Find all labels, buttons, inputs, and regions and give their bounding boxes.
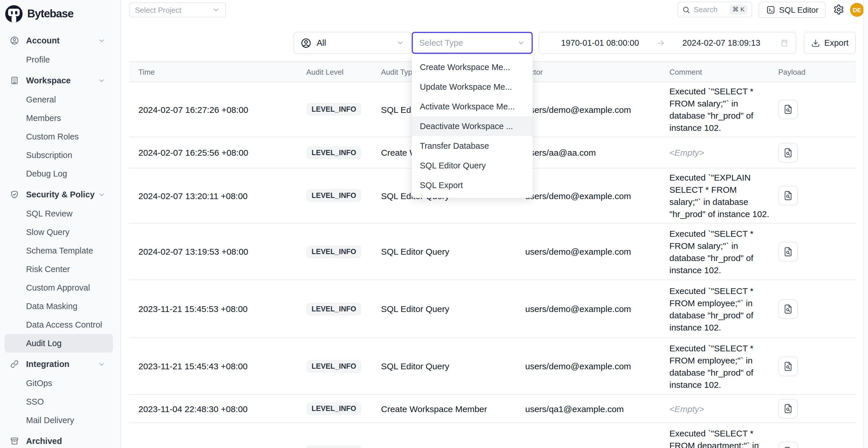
sidebar-item-integration[interactable]: Integration [5,354,113,374]
sidebar-item-workspace[interactable]: Workspace [5,71,113,90]
cell-actor: users/demo@example.com [525,247,670,256]
sidebar-item-risk-center[interactable]: Risk Center [5,260,113,279]
sidebar-item-audit-log[interactable]: Audit Log [5,334,113,352]
cell-audit-level: LEVEL_INFO [306,103,381,116]
audit-type-placeholder: Select Type [419,38,517,47]
sidebar-item-label: GitOps [26,379,105,388]
cell-time: 2024-02-07 13:20:11 +08:00 [138,191,306,200]
file-search-icon [783,361,793,371]
sidebar-item-security-policy[interactable]: Security & Policy [5,185,113,204]
cell-audit-level: LEVEL_INFO [306,360,381,373]
cell-comment: Executed `"SELECT * FROM employee;"` in … [670,339,778,393]
type-menu-item[interactable]: SQL Editor Query [412,156,533,175]
payload-view-button[interactable] [778,399,798,418]
sidebar-item-custom-roles[interactable]: Custom Roles [5,127,113,146]
cell-time: 2023-11-04 21:26:34 +08:00 [138,446,306,448]
sidebar-item-mail-delivery[interactable]: Mail Delivery [5,411,113,429]
date-from-value[interactable]: 1970-01-01 08:00:00 [546,38,654,47]
audit-log-row: 2023-11-04 22:48:30 +08:00LEVEL_INFOCrea… [129,395,856,423]
file-search-icon [783,446,793,448]
sidebar-item-custom-approval[interactable]: Custom Approval [5,279,113,297]
sidebar-item-label: Archived [26,437,105,446]
payload-view-button[interactable] [778,242,798,261]
cell-audit-level: LEVEL_INFO [306,189,381,202]
file-search-icon [783,147,793,158]
avatar[interactable]: DE [850,3,864,17]
cell-audit-type: SQL Editor Query [381,247,525,256]
project-select[interactable]: Select Project [129,2,226,18]
payload-view-button[interactable] [778,186,798,205]
cell-payload [778,356,856,376]
type-menu-item[interactable]: Update Workspace Me... [412,77,533,97]
sidebar-item-sso[interactable]: SSO [5,392,113,411]
bytebase-logo[interactable]: Bytebase [0,0,120,26]
sidebar-item-account[interactable]: Account [5,31,113,50]
type-menu-item[interactable]: Deactivate Workspace ... [412,116,533,136]
cell-actor: users/aa@aa.com [525,148,670,157]
sidebar-item-gitops[interactable]: GitOps [5,374,113,392]
payload-view-button[interactable] [778,100,798,119]
gear-icon[interactable] [833,4,844,15]
building-icon [10,76,19,85]
sidebar-item-label: Audit Log [26,339,105,348]
audit-level-badge: LEVEL_INFO [306,402,361,415]
sidebar-item-label: Custom Approval [26,283,105,292]
cell-payload [778,399,856,418]
sidebar-item-label: Account [26,36,98,45]
date-range-picker[interactable]: 1970-01-01 08:00:00 2024-02-07 18:09:13 [538,32,796,54]
sidebar-item-sql-review[interactable]: SQL Review [5,204,113,223]
payload-view-button[interactable] [778,441,798,448]
payload-view-button[interactable] [778,299,798,319]
cell-actor: users/demo@example.com [525,104,670,114]
main-content: Select Project Search ⌘ K SQL Editor DE … [121,0,868,448]
sidebar-item-subscription[interactable]: Subscription [5,146,113,164]
sidebar-item-schema-template[interactable]: Schema Template [5,242,113,260]
audit-log-row: 2024-02-07 13:19:53 +08:00LEVEL_INFOSQL … [129,223,856,280]
column-header-time: Time [138,67,306,76]
cell-payload [778,100,856,119]
sidebar-item-label: Mail Delivery [26,416,105,425]
type-menu-item[interactable]: Transfer Database [412,136,533,156]
sidebar-item-profile[interactable]: Profile [5,50,113,69]
sidebar-item-archived[interactable]: Archived [5,431,113,448]
actor-scope-select[interactable]: All [293,32,411,54]
cell-comment: Executed `"EXPLAIN SELECT * FROM salary;… [670,168,778,223]
audit-level-badge: LEVEL_INFO [306,302,361,315]
date-to-value[interactable]: 2024-02-07 18:09:13 [668,38,775,47]
cell-audit-type: Create Workspace Member [381,404,525,414]
archive-icon [10,437,19,446]
sidebar-item-data-access-control[interactable]: Data Access Control [5,315,113,334]
sql-editor-button[interactable]: SQL Editor [758,2,826,18]
page-scrollbar[interactable] [863,0,868,448]
sidebar-item-general[interactable]: General [5,90,113,109]
export-button[interactable]: Export [804,32,856,54]
audit-type-select[interactable]: Select Type [412,32,533,54]
sidebar-item-debug-log[interactable]: Debug Log [5,164,113,183]
sidebar-item-label: Debug Log [26,169,105,178]
column-header-actor: Actor [525,67,670,76]
payload-view-button[interactable] [778,356,798,376]
sidebar-item-label: SQL Review [26,209,105,218]
chevron-down-icon [98,360,105,368]
sidebar-item-slow-query[interactable]: Slow Query [5,223,113,242]
search-input[interactable]: Search ⌘ K [678,2,752,18]
arrow-right-icon [656,38,665,47]
chevron-down-icon [98,77,105,84]
audit-level-badge: LEVEL_INFO [306,146,361,159]
cell-comment: Executed `"SELECT * FROM salary;"` in da… [670,224,778,279]
sidebar-item-label: Custom Roles [26,132,105,141]
calendar-icon[interactable] [780,38,789,47]
audit-log-row: 2023-11-21 15:45:43 +08:00LEVEL_INFOSQL … [129,338,856,395]
type-menu-item[interactable]: Create Workspace Me... [412,57,533,77]
shield-check-icon [10,190,19,199]
type-menu-item[interactable]: Activate Workspace Me... [412,97,533,116]
sidebar-item-data-masking[interactable]: Data Masking [5,297,113,315]
cell-payload [778,242,856,261]
sidebar-item-members[interactable]: Members [5,109,113,127]
file-search-icon [783,303,793,314]
cell-payload [778,143,856,162]
type-menu-item[interactable]: SQL Export [412,175,533,195]
payload-view-button[interactable] [778,143,798,162]
sidebar-item-label: Members [26,114,105,123]
sidebar-nav: AccountProfileWorkspaceGeneralMembersCus… [0,26,120,448]
